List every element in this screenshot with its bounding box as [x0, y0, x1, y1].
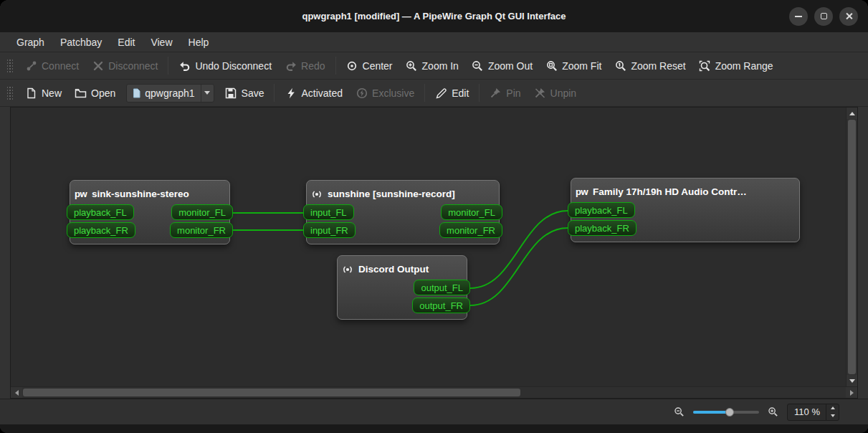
zoom-reset-button[interactable]: Zoom Reset [608, 55, 692, 76]
vertical-scroll-track[interactable] [846, 119, 857, 375]
port-monitor_FR[interactable]: monitor_FR [439, 222, 502, 238]
zoom-spinbox[interactable]: 110 % [787, 404, 839, 421]
toolbar-drag-handle[interactable] [7, 58, 13, 74]
connect-icon [25, 60, 37, 72]
port-playback_FL[interactable]: playback_FL [568, 202, 635, 218]
connect-button[interactable]: Connect [19, 55, 85, 76]
zoom-fit-button[interactable]: Zoom Fit [539, 55, 608, 76]
horizontal-scroll-thumb[interactable] [23, 389, 520, 396]
vertical-scroll-thumb[interactable] [848, 120, 856, 374]
toolbar-separator [424, 84, 425, 102]
pipewire-icon: pw [576, 186, 588, 197]
app-window: qpwgraph1 [modified] — A PipeWire Graph … [0, 0, 868, 433]
close-button[interactable] [839, 7, 858, 26]
window-title: qpwgraph1 [modified] — A PipeWire Graph … [302, 11, 566, 22]
patchbay-profile-value: qpwgraph1 [145, 87, 200, 99]
node-title: Family 17h/19h HD Audio Contr… [593, 186, 747, 197]
menu-graph[interactable]: Graph [9, 32, 52, 52]
menu-edit[interactable]: Edit [110, 32, 143, 52]
center-label: Center [363, 60, 393, 72]
graph-canvas[interactable]: pw sink-sunshine-stereo playback_FL moni… [11, 108, 846, 386]
spin-up-button[interactable] [826, 404, 839, 412]
record-source-icon [311, 189, 323, 200]
zoom-out-button[interactable]: Zoom Out [465, 55, 539, 76]
zoom-slider[interactable] [693, 406, 759, 418]
zoom-slider-handle[interactable] [725, 408, 734, 417]
vertical-scrollbar[interactable] [846, 108, 857, 386]
zoom-range-button[interactable]: Zoom Range [692, 55, 780, 76]
canvas-frame: pw sink-sunshine-stereo playback_FL moni… [10, 107, 858, 399]
port-monitor_FL[interactable]: monitor_FL [171, 204, 233, 220]
zoom-out-icon [472, 60, 484, 72]
scroll-left-button[interactable] [11, 387, 22, 398]
node-sink-sunshine-stereo[interactable]: pw sink-sunshine-stereo playback_FL moni… [70, 180, 230, 244]
scroll-right-button[interactable] [846, 387, 857, 398]
zoom-in-small-icon[interactable] [768, 406, 778, 417]
node-title: sunshine [sunshine-record] [328, 189, 455, 199]
pin-button[interactable]: Pin [483, 82, 527, 103]
menu-patchbay[interactable]: Patchbay [52, 32, 110, 52]
edit-pencil-icon [435, 87, 447, 99]
zoom-in-label: Zoom In [422, 60, 459, 72]
node-sunshine-record[interactable]: sunshine [sunshine-record] input_FL moni… [306, 180, 500, 244]
toolbar-drag-handle[interactable] [7, 85, 13, 101]
horizontal-scrollbar[interactable] [11, 386, 857, 398]
disconnect-label: Disconnect [108, 60, 158, 72]
undo-disconnect-button[interactable]: Undo Disconnect [172, 55, 278, 76]
scroll-down-button[interactable] [846, 375, 857, 386]
port-output_FR[interactable]: output_FR [412, 298, 470, 313]
spin-down-button[interactable] [826, 412, 839, 420]
node-title: Discord Output [358, 264, 429, 275]
node-discord-output[interactable]: Discord Output output_FL output_FR [337, 255, 467, 320]
open-button[interactable]: Open [68, 82, 122, 103]
port-input_FL[interactable]: input_FL [303, 204, 354, 220]
exclusive-button[interactable]: Exclusive [349, 82, 421, 103]
port-monitor_FL[interactable]: monitor_FL [441, 204, 502, 220]
port-playback_FR[interactable]: playback_FR [67, 222, 135, 238]
center-button[interactable]: Center [340, 55, 399, 76]
menu-view[interactable]: View [143, 32, 180, 52]
connect-label: Connect [42, 60, 79, 72]
connection-wires [11, 108, 846, 386]
arrow-up-icon [849, 112, 855, 115]
activated-button[interactable]: Activated [278, 82, 349, 103]
new-button[interactable]: New [19, 82, 68, 103]
menu-help[interactable]: Help [181, 32, 217, 52]
unpin-button[interactable]: Unpin [528, 82, 583, 103]
pin-icon [490, 87, 502, 99]
minimize-button[interactable] [789, 7, 808, 26]
edit-button[interactable]: Edit [429, 82, 475, 103]
zoom-in-button[interactable]: Zoom In [399, 55, 465, 76]
arrow-right-icon [850, 390, 854, 396]
toolbar-separator [168, 57, 168, 75]
node-header[interactable]: sunshine [sunshine-record] [311, 184, 495, 204]
toolbar-separator [479, 84, 480, 102]
toolbar-separator [335, 57, 336, 75]
redo-button[interactable]: Redo [278, 55, 331, 76]
zoom-out-small-icon[interactable] [674, 406, 685, 417]
save-button[interactable]: Save [219, 82, 271, 103]
maximize-button[interactable] [814, 7, 833, 26]
port-playback_FL[interactable]: playback_FL [67, 204, 134, 220]
port-output_FL[interactable]: output_FL [414, 280, 470, 295]
port-input_FR[interactable]: input_FR [303, 222, 356, 238]
new-file-icon [25, 87, 37, 99]
disconnect-icon [92, 60, 104, 72]
horizontal-scroll-track[interactable] [22, 387, 846, 398]
port-monitor_FR[interactable]: monitor_FR [170, 222, 233, 238]
node-header[interactable]: pw sink-sunshine-stereo [75, 184, 225, 204]
spinbox-arrows [826, 404, 839, 420]
node-family-hd-audio[interactable]: pw Family 17h/19h HD Audio Contr… playba… [571, 178, 800, 242]
node-header[interactable]: pw Family 17h/19h HD Audio Contr… [576, 181, 795, 202]
scroll-up-button[interactable] [846, 108, 857, 119]
title-bar[interactable]: qpwgraph1 [modified] — A PipeWire Graph … [0, 0, 868, 32]
pin-label: Pin [506, 87, 520, 99]
port-playback_FR[interactable]: playback_FR [568, 220, 636, 236]
patchbay-profile-selector[interactable]: qpwgraph1 [126, 84, 214, 103]
zoom-value: 110 % [794, 406, 826, 417]
exclusive-label: Exclusive [372, 87, 414, 99]
disconnect-button[interactable]: Disconnect [85, 55, 164, 76]
central-widget: pw sink-sunshine-stereo playback_FL moni… [0, 107, 868, 399]
node-header[interactable]: Discord Output [342, 259, 462, 280]
combo-dropdown-button[interactable] [201, 85, 214, 102]
